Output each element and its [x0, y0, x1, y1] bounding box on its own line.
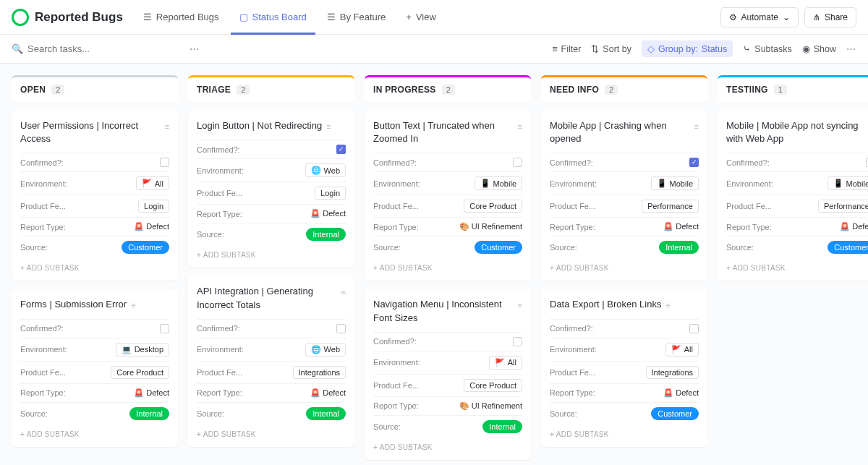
source-pill[interactable]: Internal	[306, 228, 346, 241]
environment-chip[interactable]: 💻Desktop	[116, 343, 169, 357]
environment-chip[interactable]: 📱Mobile	[827, 176, 868, 190]
task-card[interactable]: Mobile App | Crashing when opened≡ Confi…	[541, 111, 707, 281]
add-subtask-button[interactable]: + ADD SUBTASK	[20, 258, 169, 272]
confirmed-checkbox[interactable]	[160, 324, 169, 333]
confirmed-checkbox[interactable]	[336, 324, 346, 333]
task-card[interactable]: Data Export | Broken Links≡ Confirmed?: …	[541, 289, 707, 446]
source-pill[interactable]: Customer	[122, 241, 169, 254]
task-card[interactable]: Mobile | Mobile App not syncing with Web…	[718, 111, 868, 281]
description-icon: ≡	[326, 121, 331, 132]
source-pill[interactable]: Customer	[475, 241, 522, 254]
field-label: Environment:	[197, 166, 244, 175]
field-confirmed: Confirmed?:	[197, 319, 346, 338]
feature-chip[interactable]: Login	[138, 200, 169, 213]
source-pill[interactable]: Internal	[482, 420, 522, 433]
column-header[interactable]: NEED INFO 2	[541, 75, 707, 102]
show-button[interactable]: ◉Show	[802, 43, 836, 54]
toolbar-more-icon[interactable]: ⋯	[846, 43, 856, 54]
task-card[interactable]: Navigation Menu | Inconsistent Font Size…	[365, 289, 531, 459]
environment-chip[interactable]: 🌐Web	[305, 163, 346, 177]
confirmed-checkbox[interactable]: ✓	[689, 158, 699, 167]
filter-button[interactable]: ≡Filter	[552, 44, 581, 54]
feature-chip[interactable]: Login	[315, 187, 346, 200]
environment-chip[interactable]: 📱Mobile	[651, 176, 699, 190]
confirmed-checkbox[interactable]: ✓	[336, 145, 346, 154]
confirmed-checkbox[interactable]	[513, 337, 522, 346]
source-pill[interactable]: Internal	[306, 407, 346, 420]
subtasks-button[interactable]: ⤷Subtasks	[743, 43, 791, 54]
tab-status-board[interactable]: ▢Status Board	[231, 6, 315, 28]
task-card[interactable]: Login Button | Not Redirecting≡ Confirme…	[188, 111, 354, 268]
sortby-button[interactable]: ⇅Sort by	[591, 43, 631, 54]
task-card[interactable]: Forms | Submission Error≡ Confirmed?: En…	[12, 289, 178, 446]
confirmed-checkbox[interactable]	[513, 158, 522, 167]
task-card[interactable]: User Permissions | Incorrect Access≡ Con…	[12, 111, 178, 281]
column: TRIAGE 2 Login Button | Not Redirecting≡…	[188, 75, 354, 460]
source-pill[interactable]: Internal	[659, 241, 699, 254]
column-header[interactable]: TRIAGE 2	[188, 75, 354, 102]
source-pill[interactable]: Internal	[129, 407, 169, 420]
field-product-feature: Product Fe...Core Product	[373, 374, 522, 396]
add-subtask-button[interactable]: + ADD SUBTASK	[373, 258, 522, 272]
feature-chip[interactable]: Performance	[818, 200, 868, 213]
column-header[interactable]: TESTIING 1	[718, 75, 868, 102]
field-environment: Environment:🚩All	[20, 171, 169, 195]
add-subtask-button[interactable]: + ADD SUBTASK	[20, 425, 169, 438]
field-label: Confirmed?:	[20, 324, 64, 333]
feature-chip[interactable]: Performance	[642, 200, 699, 213]
add-subtask-button[interactable]: + ADD SUBTASK	[197, 245, 346, 259]
add-subtask-button[interactable]: + ADD SUBTASK	[550, 258, 699, 272]
field-environment: Environment:🚩All	[373, 351, 522, 374]
field-confirmed: Confirmed?:	[20, 319, 169, 338]
feature-chip[interactable]: Core Product	[464, 200, 522, 213]
automate-button[interactable]: ⚙Automate⌄	[720, 7, 799, 27]
card-title: API Integration | Generating Incorrect T…	[197, 285, 346, 311]
column-header[interactable]: IN PROGRESS 2	[365, 75, 531, 102]
add-subtask-button[interactable]: + ADD SUBTASK	[726, 258, 868, 272]
add-subtask-button[interactable]: + ADD SUBTASK	[197, 425, 346, 438]
add-subtask-button[interactable]: + ADD SUBTASK	[550, 425, 699, 438]
report-type-value: 🎨 UI Refinement	[459, 401, 522, 411]
field-label: Source:	[20, 409, 48, 418]
field-label: Confirmed?:	[550, 324, 593, 333]
column: OPEN 2 User Permissions | Incorrect Acce…	[12, 75, 178, 460]
tab-reported-bugs[interactable]: ☰Reported Bugs	[135, 6, 228, 28]
field-label: Source:	[726, 243, 754, 252]
field-label: Report Type:	[197, 210, 242, 218]
add-subtask-button[interactable]: + ADD SUBTASK	[373, 438, 522, 451]
field-confirmed: Confirmed?:	[550, 319, 699, 338]
task-card[interactable]: Button Text | Truncated when Zoomed In≡ …	[365, 111, 531, 281]
view-tabs: ☰Reported Bugs ▢Status Board ☰By Feature…	[135, 6, 445, 28]
share-button[interactable]: ⋔Share	[804, 7, 856, 27]
search-more-icon[interactable]: ⋯	[190, 43, 200, 54]
search-input[interactable]	[27, 43, 185, 54]
source-pill[interactable]: Customer	[827, 241, 868, 254]
environment-chip[interactable]: 🚩All	[665, 343, 699, 357]
description-icon: ≡	[165, 121, 169, 132]
tab-by-feature[interactable]: ☰By Feature	[318, 6, 395, 28]
groupby-button[interactable]: ◇Group by: Status	[642, 40, 733, 57]
card-title: User Permissions | Incorrect Access≡	[20, 119, 169, 145]
field-environment: Environment:🚩All	[550, 338, 699, 361]
column-count: 1	[774, 85, 787, 95]
environment-chip[interactable]: 🌐Web	[305, 343, 346, 357]
confirmed-checkbox[interactable]	[689, 324, 699, 333]
add-view-button[interactable]: +View	[397, 6, 445, 28]
env-icon: 📱	[480, 179, 490, 188]
field-product-feature: Product Fe...Login	[20, 195, 169, 217]
feature-chip[interactable]: Integrations	[293, 366, 346, 379]
column-header[interactable]: OPEN 2	[12, 75, 178, 102]
environment-chip[interactable]: 🚩All	[489, 356, 522, 370]
environment-chip[interactable]: 📱Mobile	[475, 176, 522, 190]
report-icon: 🎨	[459, 401, 469, 410]
column-title: TESTIING	[726, 85, 768, 95]
confirmed-checkbox[interactable]	[160, 158, 169, 167]
card-title: Button Text | Truncated when Zoomed In≡	[373, 119, 522, 145]
feature-chip[interactable]: Core Product	[464, 379, 522, 392]
environment-chip[interactable]: 🚩All	[136, 176, 169, 190]
filter-icon: ≡	[552, 44, 557, 54]
feature-chip[interactable]: Core Product	[111, 366, 169, 379]
source-pill[interactable]: Customer	[651, 407, 699, 420]
feature-chip[interactable]: Integrations	[646, 366, 699, 379]
task-card[interactable]: API Integration | Generating Incorrect T…	[188, 276, 354, 446]
